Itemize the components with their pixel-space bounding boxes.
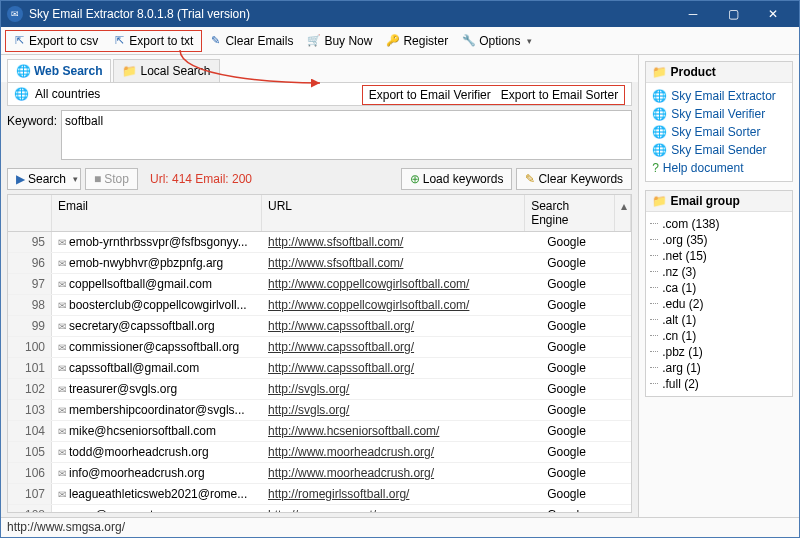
cell-email: ✉treasurer@svgls.org bbox=[52, 379, 262, 399]
tree-node[interactable]: .org (35) bbox=[648, 232, 790, 248]
table-row[interactable]: 101✉capssoftball@gmail.comhttp://www.cap… bbox=[8, 358, 631, 379]
mail-icon: ✉ bbox=[58, 384, 66, 395]
cell-url[interactable]: http://www.aayo.net/ bbox=[262, 505, 541, 513]
row-number: 106 bbox=[8, 463, 52, 483]
minimize-button[interactable]: ─ bbox=[673, 1, 713, 27]
options-button[interactable]: 🔧Options▾ bbox=[456, 31, 538, 51]
results-grid[interactable]: Email URL Search Engine ▴ 95✉emob-yrnthr… bbox=[7, 194, 632, 513]
options-label: Options bbox=[479, 34, 520, 48]
cell-url[interactable]: http://www.moorheadcrush.org/ bbox=[262, 442, 541, 462]
row-number: 95 bbox=[8, 232, 52, 252]
mail-icon: ✉ bbox=[58, 426, 66, 437]
cell-email: ✉coppellsoftball@gmail.com bbox=[52, 274, 262, 294]
table-row[interactable]: 104✉mike@hcseniorsoftball.comhttp://www.… bbox=[8, 421, 631, 442]
tab-web-search[interactable]: 🌐Web Search bbox=[7, 59, 111, 82]
table-row[interactable]: 99✉secretary@capssoftball.orghttp://www.… bbox=[8, 316, 631, 337]
folder-icon: 📁 bbox=[652, 194, 667, 208]
tree-node[interactable]: .ca (1) bbox=[648, 280, 790, 296]
globe-icon: 🌐 bbox=[652, 89, 667, 103]
stop-icon: ■ bbox=[94, 172, 101, 186]
help-icon: ? bbox=[652, 161, 659, 175]
mail-icon: ✉ bbox=[58, 489, 66, 500]
cell-url[interactable]: http://svgls.org/ bbox=[262, 379, 541, 399]
load-keywords-label: Load keywords bbox=[423, 172, 504, 186]
country-selector[interactable]: All countries bbox=[35, 87, 100, 101]
table-row[interactable]: 102✉treasurer@svgls.orghttp://svgls.org/… bbox=[8, 379, 631, 400]
brush-icon: ✎ bbox=[525, 172, 535, 186]
tree-node[interactable]: .net (15) bbox=[648, 248, 790, 264]
table-row[interactable]: 107✉leagueathleticsweb2021@rome...http:/… bbox=[8, 484, 631, 505]
mail-icon: ✉ bbox=[58, 300, 66, 311]
folder-icon: 📁 bbox=[652, 65, 667, 79]
tree-node[interactable]: .alt (1) bbox=[648, 312, 790, 328]
col-engine[interactable]: Search Engine bbox=[525, 195, 615, 231]
col-url[interactable]: URL bbox=[262, 195, 525, 231]
col-email[interactable]: Email bbox=[52, 195, 262, 231]
product-link[interactable]: 🌐Sky Email Verifier bbox=[648, 105, 790, 123]
url-email-count: Url: 414 Email: 200 bbox=[150, 172, 397, 186]
tree-node[interactable]: .nz (3) bbox=[648, 264, 790, 280]
table-row[interactable]: 108✉aayo@aayo.nethttp://www.aayo.net/Goo… bbox=[8, 505, 631, 513]
play-icon: ▶ bbox=[16, 172, 25, 186]
product-link[interactable]: 🌐Sky Email Extractor bbox=[648, 87, 790, 105]
cell-email: ✉leagueathleticsweb2021@rome... bbox=[52, 484, 262, 504]
clear-keywords-button[interactable]: ✎Clear Keywords bbox=[516, 168, 632, 190]
tree-node[interactable]: .pbz (1) bbox=[648, 344, 790, 360]
close-button[interactable]: ✕ bbox=[753, 1, 793, 27]
table-row[interactable]: 98✉boosterclub@coppellcowgirlvoll...http… bbox=[8, 295, 631, 316]
cell-email: ✉membershipcoordinator@svgls... bbox=[52, 400, 262, 420]
table-row[interactable]: 100✉commissioner@capssoftball.orghttp://… bbox=[8, 337, 631, 358]
buy-now-button[interactable]: 🛒Buy Now bbox=[301, 31, 378, 51]
stop-button[interactable]: ■Stop bbox=[85, 168, 138, 190]
cell-url[interactable]: http://www.capssoftball.org/ bbox=[262, 316, 541, 336]
cell-url[interactable]: http://www.capssoftball.org/ bbox=[262, 337, 541, 357]
keyword-input[interactable]: softball bbox=[61, 110, 632, 160]
cell-url[interactable]: http://www.hcseniorsoftball.com/ bbox=[262, 421, 541, 441]
col-num[interactable] bbox=[8, 195, 52, 231]
cell-url[interactable]: http://www.moorheadcrush.org/ bbox=[262, 463, 541, 483]
table-row[interactable]: 105✉todd@moorheadcrush.orghttp://www.moo… bbox=[8, 442, 631, 463]
clear-keywords-label: Clear Keywords bbox=[538, 172, 623, 186]
search-button[interactable]: ▶Search▾ bbox=[7, 168, 81, 190]
register-button[interactable]: 🔑Register bbox=[380, 31, 454, 51]
tree-node[interactable]: .arg (1) bbox=[648, 360, 790, 376]
mail-icon: ✉ bbox=[58, 237, 66, 248]
mail-icon: ✉ bbox=[58, 405, 66, 416]
app-icon: ✉ bbox=[7, 6, 23, 22]
cell-email: ✉todd@moorheadcrush.org bbox=[52, 442, 262, 462]
clear-emails-button[interactable]: ✎Clear Emails bbox=[202, 31, 299, 51]
maximize-button[interactable]: ▢ bbox=[713, 1, 753, 27]
tab-local-search[interactable]: 📁Local Search bbox=[113, 59, 219, 82]
export-group-highlight: ⇱Export to csv ⇱Export to txt bbox=[5, 30, 202, 52]
tree-node[interactable]: .full (2) bbox=[648, 376, 790, 392]
product-link[interactable]: 🌐Sky Email Sender bbox=[648, 141, 790, 159]
cell-url[interactable]: http://romegirlssoftball.org/ bbox=[262, 484, 541, 504]
cell-email: ✉mike@hcseniorsoftball.com bbox=[52, 421, 262, 441]
tree-node[interactable]: .cn (1) bbox=[648, 328, 790, 344]
chevron-down-icon: ▾ bbox=[527, 36, 532, 46]
cell-engine: Google bbox=[541, 316, 631, 336]
cell-url[interactable]: http://www.sfsoftball.com/ bbox=[262, 232, 541, 252]
product-link[interactable]: 🌐Sky Email Sorter bbox=[648, 123, 790, 141]
product-link[interactable]: ?Help document bbox=[648, 159, 790, 177]
register-label: Register bbox=[403, 34, 448, 48]
cell-url[interactable]: http://svgls.org/ bbox=[262, 400, 541, 420]
table-row[interactable]: 97✉coppellsoftball@gmail.comhttp://www.c… bbox=[8, 274, 631, 295]
tree-node[interactable]: .com (138) bbox=[648, 216, 790, 232]
load-keywords-button[interactable]: ⊕Load keywords bbox=[401, 168, 513, 190]
cell-url[interactable]: http://www.coppellcowgirlsoftball.com/ bbox=[262, 274, 541, 294]
cell-url[interactable]: http://www.capssoftball.org/ bbox=[262, 358, 541, 378]
export-verifier-link[interactable]: Export to Email Verifier bbox=[369, 88, 491, 102]
table-row[interactable]: 103✉membershipcoordinator@svgls...http:/… bbox=[8, 400, 631, 421]
table-row[interactable]: 106✉info@moorheadcrush.orghttp://www.moo… bbox=[8, 463, 631, 484]
export-sorter-link[interactable]: Export to Email Sorter bbox=[501, 88, 618, 102]
cell-url[interactable]: http://www.sfsoftball.com/ bbox=[262, 253, 541, 273]
scroll-up-icon[interactable]: ▴ bbox=[615, 195, 631, 231]
export-csv-button[interactable]: ⇱Export to csv bbox=[6, 31, 104, 51]
table-row[interactable]: 95✉emob-yrnthrbssvpr@fsfbsgonyy...http:/… bbox=[8, 232, 631, 253]
tree-node[interactable]: .edu (2) bbox=[648, 296, 790, 312]
chevron-down-icon: ▾ bbox=[73, 174, 78, 184]
export-txt-button[interactable]: ⇱Export to txt bbox=[106, 31, 199, 51]
cell-url[interactable]: http://www.coppellcowgirlsoftball.com/ bbox=[262, 295, 541, 315]
table-row[interactable]: 96✉emob-nwybhvr@pbzpnfg.arghttp://www.sf… bbox=[8, 253, 631, 274]
